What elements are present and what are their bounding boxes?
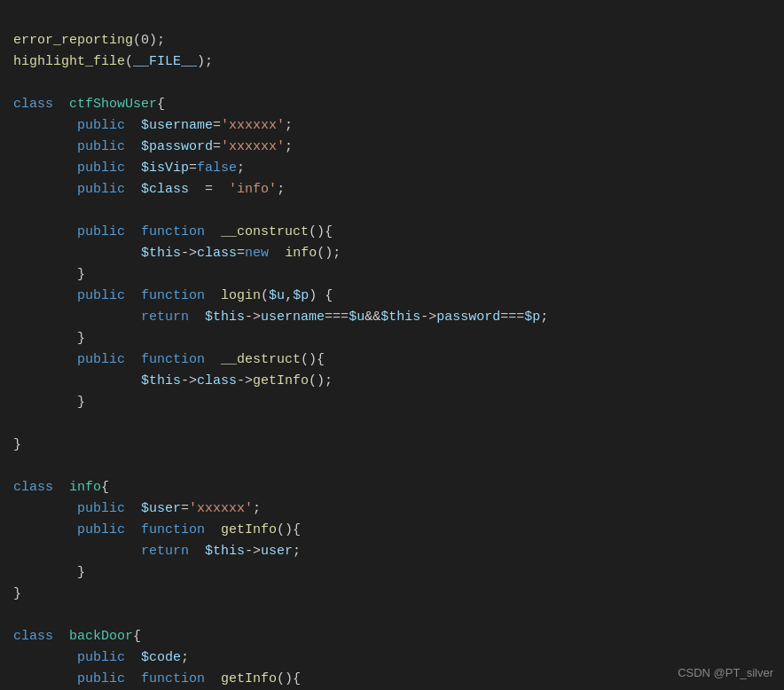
watermark: CSDN @PT_silver bbox=[678, 666, 773, 679]
func-highlight-file: highlight_file bbox=[13, 54, 125, 69]
code-display: error_reporting(0); highlight_file(__FIL… bbox=[13, 9, 771, 690]
func-error-reporting: error_reporting bbox=[13, 33, 133, 48]
